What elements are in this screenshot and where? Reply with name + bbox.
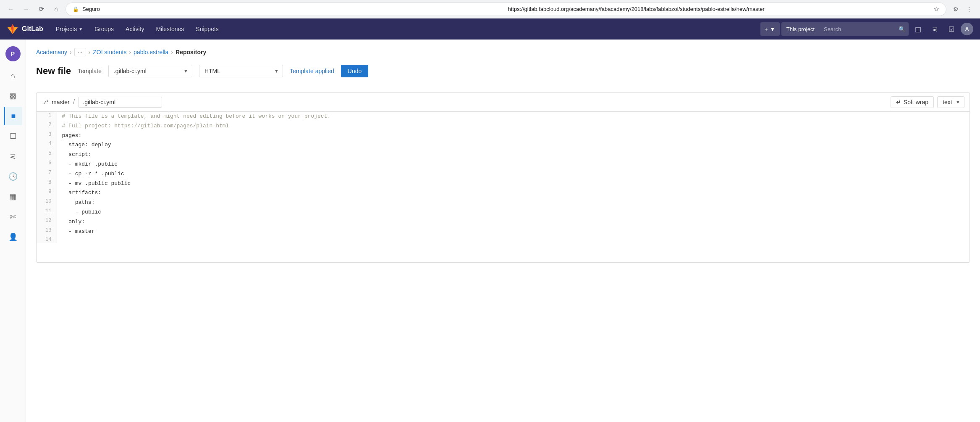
table-row: 7 - cp -r * .public xyxy=(37,169,970,179)
breadcrumb-dots[interactable]: ··· xyxy=(74,48,86,56)
branch-name: master xyxy=(52,99,70,106)
page-title: New file xyxy=(36,66,71,76)
line-content[interactable]: # This file is a template, and might nee… xyxy=(57,112,970,121)
gitlab-navbar: GitLab Projects ▼ Groups Activity Milest… xyxy=(0,18,980,40)
back-button[interactable]: ← xyxy=(5,3,17,15)
template-select-wrapper: .gitlab-ci.yml ▼ xyxy=(108,65,192,77)
sidebar-item-board[interactable]: ▦ xyxy=(4,187,22,206)
sidebar-item-activity[interactable]: 🕓 xyxy=(4,167,22,186)
line-content[interactable]: - mv .public public xyxy=(57,179,970,189)
table-row: 6 - mkdir .public xyxy=(37,160,970,169)
search-input[interactable] xyxy=(820,22,895,36)
table-row: 14 xyxy=(37,236,970,243)
template-applied-status: Template applied xyxy=(290,68,334,74)
sidebar-item-members[interactable]: 👤 xyxy=(4,228,22,246)
bookmark-button[interactable]: ☆ xyxy=(933,5,939,13)
forward-button[interactable]: → xyxy=(20,3,32,15)
breadcrumb: Academany › ··· › ZOI students › pablo.e… xyxy=(36,48,970,56)
table-row: 8 - mv .public public xyxy=(37,179,970,189)
plus-icon: + xyxy=(765,26,768,32)
sidebar-item-repository[interactable]: ■ xyxy=(4,107,22,125)
branch-icon: ⎇ xyxy=(42,99,48,106)
line-number: 7 xyxy=(37,169,57,179)
code-table: 1# This file is a template, and might ne… xyxy=(37,112,970,243)
line-content[interactable]: stage: deploy xyxy=(57,140,970,150)
line-number: 8 xyxy=(37,179,57,189)
extensions-button[interactable]: ⚙ xyxy=(950,3,962,15)
path-separator: / xyxy=(73,98,75,106)
user-avatar[interactable]: A xyxy=(961,23,973,35)
lock-icon: 🔒 xyxy=(73,6,79,12)
breadcrumb-pablo-estrella[interactable]: pablo.estrella xyxy=(134,49,168,55)
nav-projects[interactable]: Projects ▼ xyxy=(50,18,89,40)
editor-options: ↵ Soft wrap text ▼ xyxy=(891,96,964,108)
sidebar-project-avatar[interactable]: P xyxy=(5,46,21,61)
table-row: 9 artifacts: xyxy=(37,188,970,198)
line-number: 2 xyxy=(37,121,57,131)
line-number: 11 xyxy=(37,208,57,217)
search-submit-button[interactable]: 🔍 xyxy=(895,22,909,36)
mode-select[interactable]: text xyxy=(937,96,964,108)
sidebar-item-home[interactable]: ⌂ xyxy=(4,66,22,85)
line-content[interactable]: - cp -r * .public xyxy=(57,169,970,179)
line-content[interactable]: - mkdir .public xyxy=(57,160,970,169)
table-row: 10 paths: xyxy=(37,198,970,208)
search-scope-button[interactable]: This project xyxy=(781,22,820,36)
line-number: 3 xyxy=(37,131,57,141)
breadcrumb-zoi-students[interactable]: ZOI students xyxy=(93,49,126,55)
gitlab-logo[interactable]: GitLab xyxy=(7,23,43,35)
sidebar-item-merge-requests[interactable]: ⋜ xyxy=(4,147,22,166)
nav-groups[interactable]: Groups xyxy=(89,18,120,40)
wrap-icon: ↵ xyxy=(896,99,901,106)
line-number: 5 xyxy=(37,150,57,160)
template-select[interactable]: .gitlab-ci.yml xyxy=(108,65,192,77)
projects-caret: ▼ xyxy=(79,27,83,32)
soft-wrap-button[interactable]: ↵ Soft wrap xyxy=(891,96,934,108)
line-number: 9 xyxy=(37,188,57,198)
line-number: 12 xyxy=(37,217,57,227)
breadcrumb-academany[interactable]: Academany xyxy=(36,49,67,55)
todos-icon-button[interactable]: ☑ xyxy=(944,21,959,37)
merge-requests-icon-button[interactable]: ⋜ xyxy=(927,21,942,37)
line-number: 14 xyxy=(37,236,57,243)
nav-activity[interactable]: Activity xyxy=(120,18,150,40)
sidebar-item-files[interactable]: ▩ xyxy=(4,87,22,105)
type-select[interactable]: HTML xyxy=(199,65,283,77)
nav-snippets[interactable]: Snippets xyxy=(190,18,224,40)
line-content[interactable]: pages: xyxy=(57,131,970,141)
table-row: 2# Full project: https://gitlab.com/page… xyxy=(37,121,970,131)
new-item-button[interactable]: + ▼ xyxy=(760,22,780,36)
layout-icon-button[interactable]: ◫ xyxy=(910,21,925,37)
browser-actions: ⚙ ⋮ xyxy=(950,3,975,15)
type-select-wrapper: HTML ▼ xyxy=(199,65,283,77)
undo-button[interactable]: Undo xyxy=(341,65,368,77)
url-text[interactable]: https://gitlab.fabcloud.org/academany/fa… xyxy=(508,6,930,12)
main-layout: P ⌂ ▩ ■ ☐ ⋜ 🕓 ▦ ✄ 👤 Academany › ··· › ZO… xyxy=(0,40,980,422)
mode-select-wrapper: text ▼ xyxy=(937,96,964,108)
line-content[interactable]: # Full project: https://gitlab.com/pages… xyxy=(57,121,970,131)
line-content[interactable]: only: xyxy=(57,217,970,227)
reload-button[interactable]: ⟳ xyxy=(35,3,47,15)
content-area: Academany › ··· › ZOI students › pablo.e… xyxy=(26,40,980,422)
line-content[interactable]: script: xyxy=(57,150,970,160)
table-row: 3pages: xyxy=(37,131,970,141)
line-content[interactable]: paths: xyxy=(57,198,970,208)
gitlab-logo-text: GitLab xyxy=(22,25,43,33)
line-content[interactable] xyxy=(57,236,970,243)
gitlab-logo-icon xyxy=(7,23,18,35)
sidebar-item-issues[interactable]: ☐ xyxy=(4,127,22,145)
filename-input[interactable] xyxy=(78,97,162,108)
sidebar-item-snippets[interactable]: ✄ xyxy=(4,208,22,226)
line-content[interactable]: artifacts: xyxy=(57,188,970,198)
breadcrumb-sep-2: › xyxy=(89,49,91,55)
line-content[interactable]: - public xyxy=(57,208,970,217)
table-row: 1# This file is a template, and might ne… xyxy=(37,112,970,121)
line-content[interactable]: - master xyxy=(57,227,970,237)
line-number: 13 xyxy=(37,227,57,237)
browser-chrome: ← → ⟳ ⌂ 🔒 Seguro https://gitlab.fabcloud… xyxy=(0,0,980,18)
nav-milestones[interactable]: Milestones xyxy=(150,18,190,40)
secure-label: Seguro xyxy=(82,6,505,12)
code-editor[interactable]: 1# This file is a template, and might ne… xyxy=(36,111,970,263)
menu-button[interactable]: ⋮ xyxy=(963,3,975,15)
home-button[interactable]: ⌂ xyxy=(50,3,62,15)
